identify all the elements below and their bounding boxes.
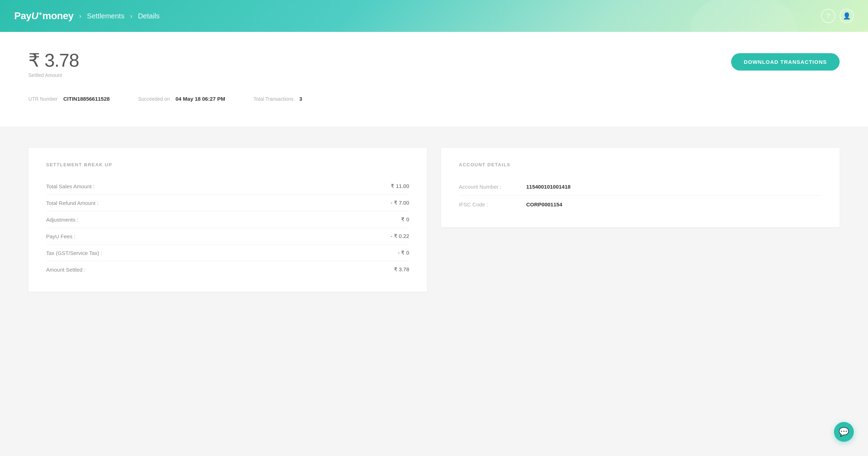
settlement-breakup-title: SETTLEMENT BREAK UP (46, 162, 409, 167)
settlement-breakup-card: SETTLEMENT BREAK UP Total Sales Amount :… (28, 148, 427, 292)
breakdown-label: Adjustments : (46, 217, 78, 223)
header-left: PayU✦money › Settlements › Details (14, 10, 160, 22)
breakdown-value: - ₹ 0 (398, 250, 409, 256)
amount-number: 3.78 (44, 50, 79, 71)
breakdown-value: - ₹ 0.22 (390, 233, 409, 239)
breadcrumb-arrow-2: › (130, 12, 132, 20)
meta-row: UTR Number CITIN18856611528 Succeeded on… (28, 96, 840, 112)
gray-section: SETTLEMENT BREAK UP Total Sales Amount :… (0, 127, 868, 313)
breakdown-row: Total Refund Amount : - ₹ 7.00 (46, 195, 409, 211)
settlement-breakup-rows: Total Sales Amount : ₹ 11.00 Total Refun… (46, 178, 409, 278)
breakdown-value: ₹ 3.78 (394, 266, 409, 273)
settled-amount-value: ₹ 3.78 (28, 50, 79, 71)
account-details-rows: Account Number : 115400101001418 IFSC Co… (459, 178, 822, 213)
breadcrumb-details: Details (138, 12, 160, 20)
account-details-title: ACCOUNT DETAILS (459, 162, 822, 167)
breadcrumb-settlements[interactable]: Settlements (87, 12, 124, 20)
utr-value: CITIN18856611528 (63, 96, 110, 102)
account-label: IFSC Code : (459, 201, 516, 207)
breakdown-row: PayU Fees : - ₹ 0.22 (46, 228, 409, 245)
help-button[interactable]: ? (821, 9, 835, 23)
utr-label: UTR Number (28, 96, 57, 102)
main-content: ₹ 3.78 Settled Amount DOWNLOAD TRANSACTI… (0, 32, 868, 127)
settled-amount-label: Settled Amount (28, 72, 79, 78)
breakdown-value: - ₹ 7.00 (390, 200, 409, 206)
header-right: ? 👤 (821, 9, 854, 23)
currency-symbol: ₹ (28, 50, 40, 71)
logo: PayU✦money (14, 10, 73, 22)
total-txn-label: Total Transactions (254, 96, 294, 102)
utr-item: UTR Number CITIN18856611528 (28, 96, 110, 102)
breakdown-row: Tax (GST/Service Tax) : - ₹ 0 (46, 245, 409, 261)
cards-row: SETTLEMENT BREAK UP Total Sales Amount :… (28, 148, 840, 292)
account-details-card: ACCOUNT DETAILS Account Number : 1154001… (441, 148, 840, 227)
chat-button[interactable]: 💬 (834, 422, 854, 442)
breakdown-value: ₹ 0 (401, 216, 409, 223)
breakdown-label: Amount Settled : (46, 267, 85, 273)
breakdown-label: Tax (GST/Service Tax) : (46, 250, 102, 256)
top-section: ₹ 3.78 Settled Amount DOWNLOAD TRANSACTI… (28, 50, 840, 78)
breakdown-row: Adjustments : ₹ 0 (46, 211, 409, 228)
account-label: Account Number : (459, 184, 516, 190)
breakdown-value: ₹ 11.00 (391, 183, 409, 189)
breadcrumb-arrow-1: › (79, 12, 81, 20)
succeeded-value: 04 May 18 06:27 PM (176, 96, 225, 102)
succeeded-item: Succeeded on 04 May 18 06:27 PM (138, 96, 225, 102)
breakdown-label: Total Sales Amount : (46, 183, 95, 189)
header: PayU✦money › Settlements › Details ? 👤 (0, 0, 868, 32)
breakdown-label: PayU Fees : (46, 233, 76, 239)
breakdown-label: Total Refund Amount : (46, 200, 99, 206)
breakdown-row: Amount Settled : ₹ 3.78 (46, 261, 409, 278)
user-button[interactable]: 👤 (840, 9, 854, 23)
breakdown-row: Total Sales Amount : ₹ 11.00 (46, 178, 409, 195)
total-txn-value: 3 (299, 96, 302, 102)
download-transactions-button[interactable]: DOWNLOAD TRANSACTIONS (731, 53, 840, 71)
succeeded-label: Succeeded on (138, 96, 170, 102)
settled-amount-block: ₹ 3.78 Settled Amount (28, 50, 79, 78)
account-row: Account Number : 115400101001418 (459, 178, 822, 196)
total-txn-item: Total Transactions 3 (254, 96, 302, 102)
account-row: IFSC Code : CORP0001154 (459, 196, 822, 213)
account-value: CORP0001154 (526, 201, 562, 207)
account-value: 115400101001418 (526, 184, 571, 190)
